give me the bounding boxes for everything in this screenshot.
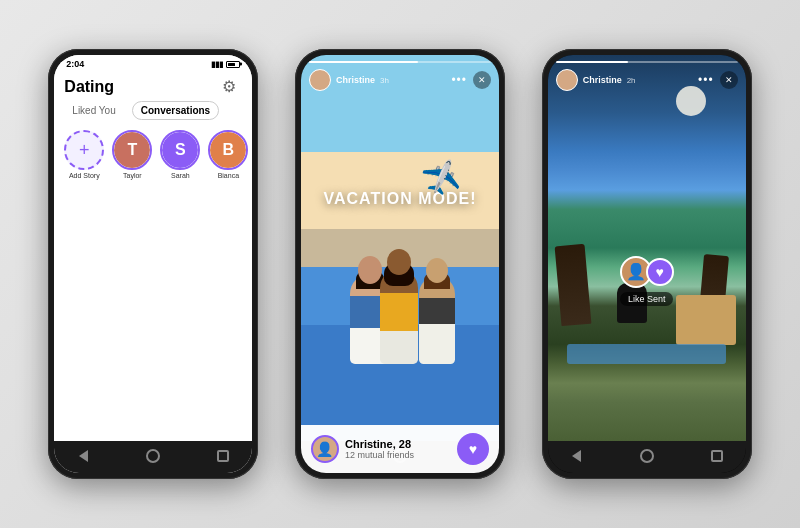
story-user-info-3: Christine 2h: [556, 69, 636, 91]
story-progress-fill-3: [556, 61, 629, 63]
stories-row: + Add Story T Taylor S Sara: [54, 126, 252, 187]
home-icon-3: [640, 449, 654, 463]
resort-story-screen: Christine 2h ••• ✕ 👤 ♥ L: [548, 55, 746, 441]
like-sent-label: Like Sent: [620, 292, 674, 306]
beach-background: [301, 55, 499, 441]
close-story-button[interactable]: ✕: [473, 71, 491, 89]
bottom-nav-3: [548, 441, 746, 473]
story-label-sarah: Sarah: [171, 172, 190, 179]
bottom-nav-1: [54, 441, 252, 473]
story-bottom-bar: 👤 Christine, 28 12 mutual friends ♥: [301, 425, 499, 473]
story-avatar-bianca[interactable]: B: [208, 130, 248, 170]
beach-people-group: [340, 254, 460, 364]
status-icons: ▮▮▮: [211, 60, 240, 69]
add-story-label: Add Story: [69, 172, 100, 179]
gear-icon[interactable]: ⚙: [222, 77, 242, 97]
phone-3: Christine 2h ••• ✕ 👤 ♥ L: [542, 49, 752, 479]
home-button[interactable]: [144, 447, 162, 465]
beach-person-2: [380, 269, 418, 364]
story-user-info: Christine 3h: [309, 69, 389, 91]
story-avatar-taylor[interactable]: T: [112, 130, 152, 170]
avatar-taylor: T: [114, 132, 150, 168]
like-sent-heart-icon: ♥: [646, 258, 674, 286]
more-options-icon-3[interactable]: •••: [698, 73, 714, 87]
story-sarah[interactable]: S Sarah: [160, 130, 200, 179]
status-bar-1: 2:04 ▮▮▮: [54, 55, 252, 71]
story-user-avatar: [309, 69, 331, 91]
time-display: 2:04: [66, 59, 84, 69]
story-profile-name: Christine, 28: [345, 438, 414, 450]
story-time: 3h: [380, 76, 389, 85]
battery-fill: [228, 63, 235, 66]
back-button[interactable]: [74, 447, 92, 465]
story-profile-left: 👤 Christine, 28 12 mutual friends: [311, 435, 414, 463]
recents-icon: [217, 450, 229, 462]
back-icon: [79, 450, 88, 462]
like-sent-avatars: 👤 ♥: [620, 256, 674, 288]
recents-button[interactable]: [214, 447, 232, 465]
tab-conversations[interactable]: Conversations: [132, 101, 219, 120]
phone-2: Christine 3h ••• ✕ VACATION MODE! ✈️: [295, 49, 505, 479]
story-progress-bar-3: [556, 61, 738, 63]
back-icon-3: [572, 450, 581, 462]
story-header-row-3: Christine 2h ••• ✕: [556, 69, 738, 91]
story-progress-bar: [309, 61, 491, 63]
phone-3-screen: Christine 2h ••• ✕ 👤 ♥ L: [548, 55, 746, 473]
head-1: [358, 256, 382, 284]
story-profile-mutual: 12 mutual friends: [345, 450, 414, 460]
story-screen: Christine 3h ••• ✕ VACATION MODE! ✈️: [301, 55, 499, 441]
like-heart-button[interactable]: ♥: [457, 433, 489, 465]
battery-icon: [226, 61, 240, 68]
story-label-taylor: Taylor: [123, 172, 142, 179]
story-controls-3: ••• ✕: [698, 71, 738, 89]
story-top-bar: Christine 3h ••• ✕: [301, 55, 499, 95]
story-top-bar-3: Christine 2h ••• ✕: [548, 55, 746, 95]
avatar-bianca: B: [210, 132, 246, 168]
story-time-3: 2h: [627, 76, 636, 85]
avatar-sarah: S: [162, 132, 198, 168]
signal-icon: ▮▮▮: [211, 60, 223, 69]
story-progress-fill: [309, 61, 418, 63]
phone-2-screen: Christine 3h ••• ✕ VACATION MODE! ✈️: [301, 55, 499, 473]
story-user-avatar-3: [556, 69, 578, 91]
story-username: Christine: [336, 75, 375, 85]
story-profile-text: Christine, 28 12 mutual friends: [345, 438, 414, 460]
resort-building: [676, 295, 736, 345]
add-plus-icon: +: [79, 141, 90, 159]
close-story-button-3[interactable]: ✕: [720, 71, 738, 89]
tabs-row: Liked You Conversations: [54, 101, 252, 126]
scene: 2:04 ▮▮▮ Dating ⚙ Liked You Con: [0, 0, 800, 528]
vacation-text: VACATION MODE!: [324, 190, 477, 208]
home-icon: [146, 449, 160, 463]
home-button-3[interactable]: [638, 447, 656, 465]
palm-tree-left: [554, 244, 591, 326]
back-button-3[interactable]: [568, 447, 586, 465]
story-header-row: Christine 3h ••• ✕: [309, 69, 491, 91]
add-story-avatar[interactable]: +: [64, 130, 104, 170]
story-username-3: Christine: [583, 75, 622, 85]
recents-button-3[interactable]: [708, 447, 726, 465]
tab-liked-you[interactable]: Liked You: [64, 102, 123, 119]
dating-header: Dating ⚙: [54, 71, 252, 101]
phone-1: 2:04 ▮▮▮ Dating ⚙ Liked You Con: [48, 49, 258, 479]
like-sent-badge: 👤 ♥ Like Sent: [620, 256, 674, 306]
story-profile-avatar: 👤: [311, 435, 339, 463]
beach-person-3: [419, 276, 455, 364]
story-avatar-sarah[interactable]: S: [160, 130, 200, 170]
head-3: [426, 258, 448, 283]
more-options-icon[interactable]: •••: [451, 73, 467, 87]
pool-area: [567, 344, 725, 364]
story-controls: ••• ✕: [451, 71, 491, 89]
head-2: [387, 249, 411, 275]
story-add[interactable]: + Add Story: [64, 130, 104, 179]
story-label-bianca: Bianca: [218, 172, 239, 179]
story-bianca[interactable]: B Bianca: [208, 130, 248, 179]
recents-icon-3: [711, 450, 723, 462]
phone-1-screen: 2:04 ▮▮▮ Dating ⚙ Liked You Con: [54, 55, 252, 473]
dating-app-content: Dating ⚙ Liked You Conversations + Add S…: [54, 71, 252, 441]
resort-background: [548, 55, 746, 441]
app-title: Dating: [64, 78, 114, 96]
story-taylor[interactable]: T Taylor: [112, 130, 152, 179]
